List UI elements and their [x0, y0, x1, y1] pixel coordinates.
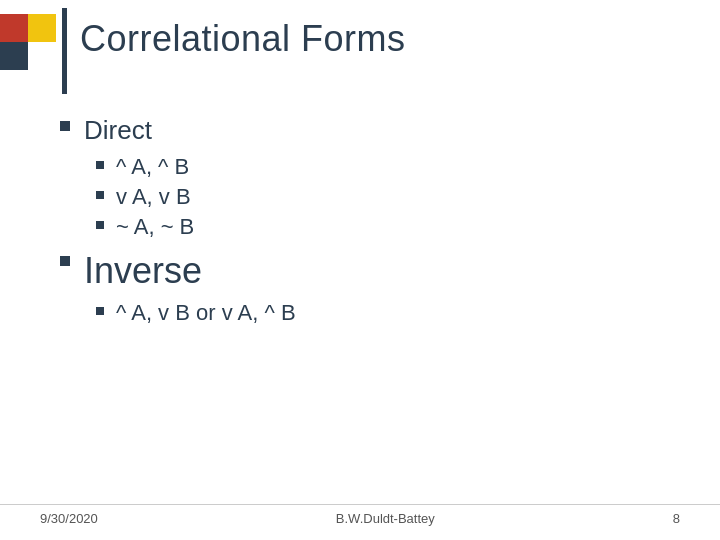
- direct-label: Direct: [84, 115, 152, 146]
- decorative-blocks: [0, 0, 60, 100]
- footer-date: 9/30/2020: [40, 511, 98, 526]
- slide-title: Correlational Forms: [80, 18, 406, 60]
- sub-label-1: ^ A, ^ B: [116, 154, 189, 180]
- accent-bar: [62, 8, 67, 94]
- block-red: [0, 14, 28, 42]
- sub-bullet-square-inv-1: [96, 307, 104, 315]
- main-bullet-inverse: Inverse: [60, 250, 680, 292]
- block-yellow: [28, 14, 56, 42]
- sub-label-2: v A, v B: [116, 184, 191, 210]
- footer: 9/30/2020 B.W.Duldt-Battey 8: [0, 504, 720, 526]
- main-bullet-direct: Direct: [60, 115, 680, 146]
- inverse-sub-list: ^ A, v B or v A, ^ B: [96, 300, 680, 326]
- sub-bullet-square-3: [96, 221, 104, 229]
- inverse-label: Inverse: [84, 250, 202, 292]
- sub-label-3: ~ A, ~ B: [116, 214, 194, 240]
- block-dark: [0, 42, 28, 70]
- sub-bullet-square-2: [96, 191, 104, 199]
- slide: Correlational Forms Direct ^ A, ^ B v A,…: [0, 0, 720, 540]
- sub-bullet-1: ^ A, ^ B: [96, 154, 680, 180]
- sub-bullet-3: ~ A, ~ B: [96, 214, 680, 240]
- bullet-square-inverse: [60, 256, 70, 266]
- footer-page: 8: [673, 511, 680, 526]
- sub-bullet-2: v A, v B: [96, 184, 680, 210]
- content-area: Direct ^ A, ^ B v A, v B ~ A, ~ B Invers…: [60, 115, 680, 336]
- sub-bullet-inverse-1: ^ A, v B or v A, ^ B: [96, 300, 680, 326]
- direct-sub-list: ^ A, ^ B v A, v B ~ A, ~ B: [96, 154, 680, 240]
- sub-bullet-square-1: [96, 161, 104, 169]
- sub-label-inverse-1: ^ A, v B or v A, ^ B: [116, 300, 296, 326]
- bullet-square-direct: [60, 121, 70, 131]
- footer-author: B.W.Duldt-Battey: [336, 511, 435, 526]
